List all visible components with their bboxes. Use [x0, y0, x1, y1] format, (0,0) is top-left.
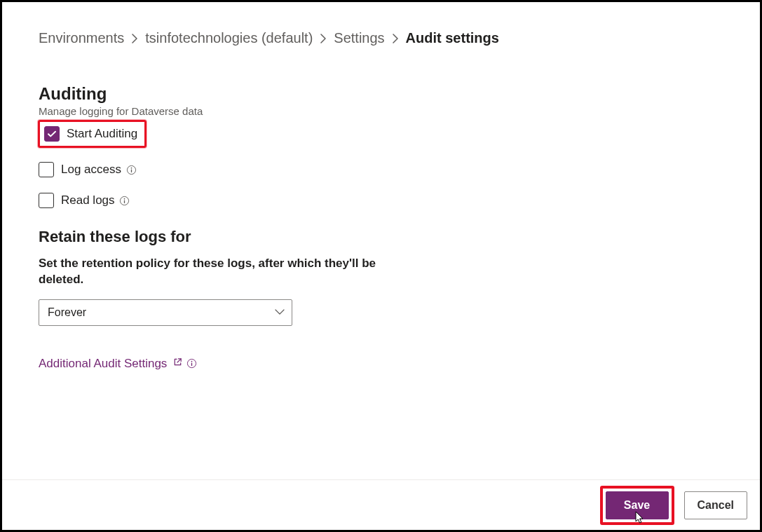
breadcrumb-environment-name[interactable]: tsinfotechnologies (default)	[145, 30, 313, 46]
checkbox-start-auditing[interactable]	[44, 126, 60, 142]
breadcrumb-current: Audit settings	[406, 30, 499, 46]
option-read-logs: Read logs	[39, 193, 723, 208]
svg-rect-2	[130, 169, 131, 172]
svg-point-1	[130, 167, 132, 168]
auditing-options: Start Auditing Log access Read logs	[39, 120, 723, 208]
save-button[interactable]: Save	[606, 491, 669, 519]
retention-description: Set the retention policy for these logs,…	[39, 256, 403, 288]
svg-point-7	[191, 361, 193, 362]
page-title: Auditing	[39, 84, 723, 104]
cancel-button[interactable]: Cancel	[684, 491, 747, 519]
retention-selected-value: Forever	[48, 306, 86, 319]
info-icon[interactable]	[119, 195, 130, 206]
checkbox-log-access[interactable]	[39, 162, 54, 177]
breadcrumb: Environments tsinfotechnologies (default…	[39, 30, 723, 46]
settings-panel: Environments tsinfotechnologies (default…	[0, 0, 762, 532]
svg-rect-5	[124, 200, 125, 203]
breadcrumb-settings[interactable]: Settings	[334, 30, 384, 46]
label-start-auditing: Start Auditing	[67, 127, 137, 141]
svg-rect-8	[191, 363, 192, 367]
checkbox-read-logs[interactable]	[39, 193, 54, 208]
label-log-access: Log access	[61, 163, 121, 177]
label-read-logs: Read logs	[61, 193, 115, 207]
info-icon[interactable]	[125, 164, 137, 175]
auditing-section: Auditing Manage logging for Dataverse da…	[39, 84, 723, 208]
info-icon[interactable]	[186, 358, 197, 369]
chevron-right-icon	[131, 34, 138, 43]
external-link-icon	[172, 357, 183, 370]
option-log-access: Log access	[39, 162, 723, 177]
retention-section: Retain these logs for Set the retention …	[39, 228, 723, 326]
highlight-save: Save	[600, 486, 674, 525]
content-area: Environments tsinfotechnologies (default…	[2, 2, 760, 371]
chevron-right-icon	[392, 34, 399, 43]
additional-audit-settings-link[interactable]: Additional Audit Settings	[39, 357, 167, 371]
retention-select[interactable]: Forever	[39, 299, 292, 326]
highlight-start-auditing: Start Auditing	[38, 120, 147, 148]
chevron-right-icon	[320, 34, 327, 43]
additional-settings-row: Additional Audit Settings	[39, 357, 723, 371]
svg-point-4	[124, 198, 125, 199]
chevron-down-icon	[275, 306, 285, 319]
breadcrumb-environments[interactable]: Environments	[39, 30, 124, 46]
footer-bar: Save Cancel	[2, 479, 760, 530]
auditing-subtitle: Manage logging for Dataverse data	[39, 105, 723, 117]
retention-title: Retain these logs for	[39, 228, 723, 246]
